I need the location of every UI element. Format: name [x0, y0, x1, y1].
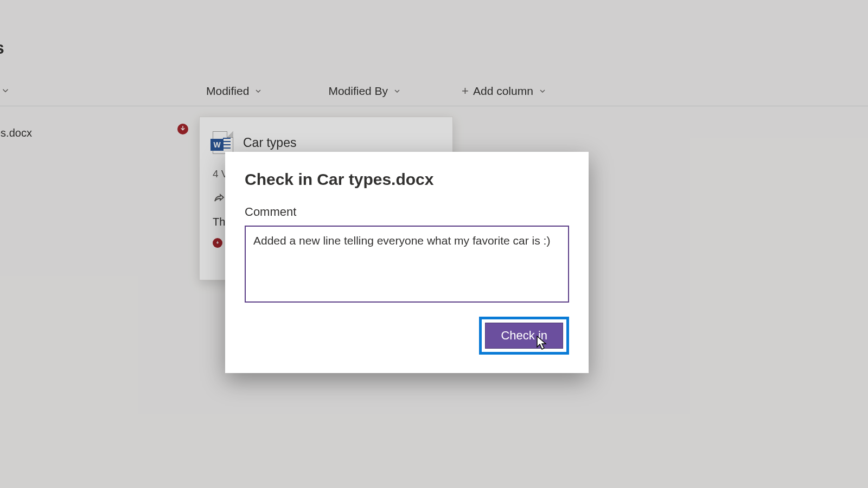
mouse-cursor-icon: [535, 335, 549, 351]
check-in-dialog: Check in Car types.docx Comment Check in: [225, 152, 589, 373]
comment-textarea[interactable]: [245, 226, 569, 303]
dialog-title: Check in Car types.docx: [245, 170, 569, 189]
check-in-button[interactable]: Check in: [485, 323, 563, 349]
check-in-button-highlight: Check in: [479, 317, 569, 355]
comment-label: Comment: [245, 205, 569, 219]
